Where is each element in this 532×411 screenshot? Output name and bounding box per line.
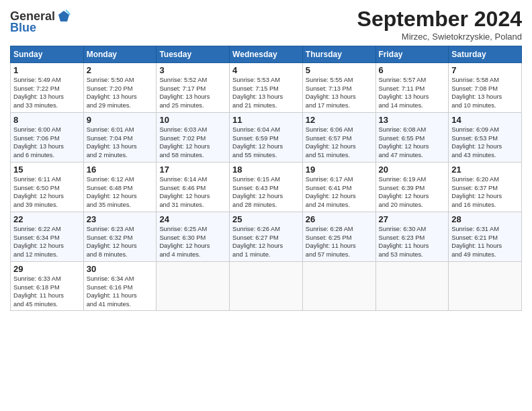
day-number: 5 xyxy=(306,65,373,75)
table-row: 17Sunrise: 6:14 AMSunset: 6:46 PMDayligh… xyxy=(157,163,230,212)
day-info: Sunrise: 6:26 AMSunset: 6:27 PMDaylight:… xyxy=(232,225,300,259)
day-number: 13 xyxy=(379,115,446,125)
day-number: 15 xyxy=(13,165,81,175)
table-row: 9Sunrise: 6:01 AMSunset: 7:04 PMDaylight… xyxy=(83,113,157,163)
header-friday: Friday xyxy=(375,46,449,63)
day-info: Sunrise: 6:31 AMSunset: 6:21 PMDaylight:… xyxy=(451,225,519,259)
table-row: 23Sunrise: 6:23 AMSunset: 6:32 PMDayligh… xyxy=(83,212,157,262)
table-row: 20Sunrise: 6:19 AMSunset: 6:39 PMDayligh… xyxy=(375,163,449,212)
table-row: 30Sunrise: 6:34 AMSunset: 6:16 PMDayligh… xyxy=(83,262,157,311)
table-row: 27Sunrise: 6:30 AMSunset: 6:23 PMDayligh… xyxy=(375,212,449,262)
table-row: 15Sunrise: 6:11 AMSunset: 6:50 PMDayligh… xyxy=(11,163,84,212)
day-number: 16 xyxy=(87,165,154,175)
day-info: Sunrise: 6:33 AMSunset: 6:18 PMDaylight:… xyxy=(13,275,81,308)
day-info: Sunrise: 6:20 AMSunset: 6:37 PMDaylight:… xyxy=(451,175,519,209)
day-number: 23 xyxy=(87,214,154,224)
table-row: 4Sunrise: 5:53 AMSunset: 7:15 PMDaylight… xyxy=(230,63,303,113)
day-info: Sunrise: 6:30 AMSunset: 6:23 PMDaylight:… xyxy=(379,225,446,259)
day-info: Sunrise: 5:58 AMSunset: 7:08 PMDaylight:… xyxy=(451,76,519,109)
day-number: 26 xyxy=(306,214,373,224)
day-number: 22 xyxy=(13,214,81,224)
day-number: 17 xyxy=(159,165,226,175)
day-info: Sunrise: 5:49 AMSunset: 7:22 PMDaylight:… xyxy=(13,76,81,109)
title-block: September 2024 Mirzec, Swietokrzyskie, P… xyxy=(357,7,522,42)
day-info: Sunrise: 5:55 AMSunset: 7:13 PMDaylight:… xyxy=(306,76,373,109)
location: Mirzec, Swietokrzyskie, Poland xyxy=(357,32,522,42)
calendar-table: Sunday Monday Tuesday Wednesday Thursday… xyxy=(10,46,522,311)
day-info: Sunrise: 5:50 AMSunset: 7:20 PMDaylight:… xyxy=(87,76,154,109)
day-info: Sunrise: 6:12 AMSunset: 6:48 PMDaylight:… xyxy=(87,175,154,209)
table-row xyxy=(302,262,375,311)
table-row: 19Sunrise: 6:17 AMSunset: 6:41 PMDayligh… xyxy=(302,163,375,212)
table-row: 7Sunrise: 5:58 AMSunset: 7:08 PMDaylight… xyxy=(449,63,522,113)
table-row: 16Sunrise: 6:12 AMSunset: 6:48 PMDayligh… xyxy=(83,163,157,212)
day-number: 27 xyxy=(379,214,446,224)
day-number: 4 xyxy=(232,65,300,75)
day-info: Sunrise: 6:15 AMSunset: 6:43 PMDaylight:… xyxy=(232,175,300,209)
day-info: Sunrise: 6:03 AMSunset: 7:02 PMDaylight:… xyxy=(159,126,226,159)
day-number: 2 xyxy=(87,65,154,75)
logo-icon xyxy=(56,9,71,24)
logo: General Blue xyxy=(10,9,71,35)
weekday-header-row: Sunday Monday Tuesday Wednesday Thursday… xyxy=(11,46,522,63)
day-info: Sunrise: 5:57 AMSunset: 7:11 PMDaylight:… xyxy=(379,76,446,109)
table-row: 1Sunrise: 5:49 AMSunset: 7:22 PMDaylight… xyxy=(11,63,84,113)
table-row: 2Sunrise: 5:50 AMSunset: 7:20 PMDaylight… xyxy=(83,63,157,113)
table-row: 3Sunrise: 5:52 AMSunset: 7:17 PMDaylight… xyxy=(157,63,230,113)
day-info: Sunrise: 5:52 AMSunset: 7:17 PMDaylight:… xyxy=(159,76,226,109)
table-row: 18Sunrise: 6:15 AMSunset: 6:43 PMDayligh… xyxy=(230,163,303,212)
table-row xyxy=(375,262,449,311)
day-number: 28 xyxy=(451,214,519,224)
day-number: 21 xyxy=(451,165,519,175)
day-number: 8 xyxy=(13,115,81,125)
day-info: Sunrise: 6:28 AMSunset: 6:25 PMDaylight:… xyxy=(306,225,373,259)
table-row: 21Sunrise: 6:20 AMSunset: 6:37 PMDayligh… xyxy=(449,163,522,212)
header: General Blue September 2024 Mirzec, Swie… xyxy=(10,7,522,42)
day-info: Sunrise: 6:06 AMSunset: 6:57 PMDaylight:… xyxy=(306,126,373,159)
table-row: 14Sunrise: 6:09 AMSunset: 6:53 PMDayligh… xyxy=(449,113,522,163)
table-row: 25Sunrise: 6:26 AMSunset: 6:27 PMDayligh… xyxy=(230,212,303,262)
table-row: 28Sunrise: 6:31 AMSunset: 6:21 PMDayligh… xyxy=(449,212,522,262)
table-row: 6Sunrise: 5:57 AMSunset: 7:11 PMDaylight… xyxy=(375,63,449,113)
table-row: 24Sunrise: 6:25 AMSunset: 6:30 PMDayligh… xyxy=(157,212,230,262)
day-info: Sunrise: 6:34 AMSunset: 6:16 PMDaylight:… xyxy=(87,275,154,308)
day-info: Sunrise: 6:22 AMSunset: 6:34 PMDaylight:… xyxy=(13,225,81,259)
day-number: 20 xyxy=(379,165,446,175)
table-row xyxy=(449,262,522,311)
day-info: Sunrise: 6:11 AMSunset: 6:50 PMDaylight:… xyxy=(13,175,81,209)
day-info: Sunrise: 6:09 AMSunset: 6:53 PMDaylight:… xyxy=(451,126,519,159)
table-row: 29Sunrise: 6:33 AMSunset: 6:18 PMDayligh… xyxy=(11,262,84,311)
table-row: 5Sunrise: 5:55 AMSunset: 7:13 PMDaylight… xyxy=(302,63,375,113)
header-sunday: Sunday xyxy=(11,46,84,63)
day-number: 7 xyxy=(451,65,519,75)
table-row: 11Sunrise: 6:04 AMSunset: 6:59 PMDayligh… xyxy=(230,113,303,163)
day-number: 11 xyxy=(232,115,300,125)
day-info: Sunrise: 6:08 AMSunset: 6:55 PMDaylight:… xyxy=(379,126,446,159)
day-number: 10 xyxy=(159,115,226,125)
day-number: 29 xyxy=(13,264,81,274)
table-row xyxy=(157,262,230,311)
table-row: 13Sunrise: 6:08 AMSunset: 6:55 PMDayligh… xyxy=(375,113,449,163)
day-number: 25 xyxy=(232,214,300,224)
day-info: Sunrise: 6:00 AMSunset: 7:06 PMDaylight:… xyxy=(13,126,81,159)
table-row: 10Sunrise: 6:03 AMSunset: 7:02 PMDayligh… xyxy=(157,113,230,163)
logo-blue-text: Blue xyxy=(10,21,36,35)
day-number: 9 xyxy=(87,115,154,125)
day-number: 3 xyxy=(159,65,226,75)
day-info: Sunrise: 6:19 AMSunset: 6:39 PMDaylight:… xyxy=(379,175,446,209)
table-row xyxy=(230,262,303,311)
day-number: 1 xyxy=(13,65,81,75)
day-info: Sunrise: 6:01 AMSunset: 7:04 PMDaylight:… xyxy=(87,126,154,159)
day-number: 30 xyxy=(87,264,154,274)
day-info: Sunrise: 6:23 AMSunset: 6:32 PMDaylight:… xyxy=(87,225,154,259)
day-number: 19 xyxy=(306,165,373,175)
table-row: 8Sunrise: 6:00 AMSunset: 7:06 PMDaylight… xyxy=(11,113,84,163)
table-row: 12Sunrise: 6:06 AMSunset: 6:57 PMDayligh… xyxy=(302,113,375,163)
table-row: 26Sunrise: 6:28 AMSunset: 6:25 PMDayligh… xyxy=(302,212,375,262)
header-thursday: Thursday xyxy=(302,46,375,63)
day-number: 6 xyxy=(379,65,446,75)
day-info: Sunrise: 6:25 AMSunset: 6:30 PMDaylight:… xyxy=(159,225,226,259)
day-info: Sunrise: 6:17 AMSunset: 6:41 PMDaylight:… xyxy=(306,175,373,209)
header-tuesday: Tuesday xyxy=(157,46,230,63)
month-title: September 2024 xyxy=(357,7,522,32)
